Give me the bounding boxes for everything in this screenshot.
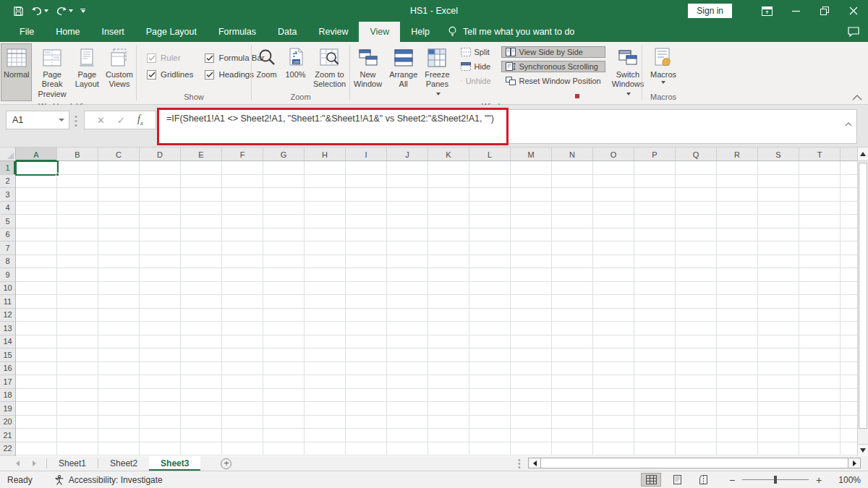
cell-S1[interactable] [758, 161, 799, 175]
cell-I17[interactable] [346, 375, 387, 389]
cell-Q13[interactable] [676, 322, 717, 335]
cell-B18[interactable] [57, 389, 98, 403]
redo-button[interactable] [56, 6, 73, 16]
zoom-level[interactable]: 100% [832, 475, 861, 485]
cell-F11[interactable] [222, 295, 263, 309]
cell-G17[interactable] [263, 375, 305, 389]
cell-L9[interactable] [469, 268, 511, 282]
cell-B15[interactable] [57, 348, 98, 362]
row-header-3[interactable]: 3 [0, 188, 15, 202]
cell-S16[interactable] [758, 362, 799, 376]
cell-T12[interactable] [799, 309, 841, 322]
cell-C6[interactable] [98, 228, 140, 242]
cell-J14[interactable] [387, 335, 428, 349]
cell-F7[interactable] [222, 241, 263, 255]
cell-K20[interactable] [428, 416, 469, 429]
name-box-dropdown-icon[interactable] [54, 111, 69, 129]
new-window-button[interactable]: New Window [351, 43, 385, 101]
cell-G22[interactable] [263, 442, 305, 456]
cell-J12[interactable] [387, 309, 428, 322]
cell-S15[interactable] [758, 348, 799, 362]
cell-O10[interactable] [593, 282, 634, 296]
cell-L3[interactable] [469, 188, 511, 202]
ribbon-display-options-icon[interactable] [752, 0, 781, 22]
cell-B17[interactable] [57, 375, 98, 389]
column-header-O[interactable]: O [593, 147, 634, 161]
cell-J10[interactable] [387, 282, 428, 296]
cell-F21[interactable] [222, 429, 263, 442]
vertical-scrollbar[interactable] [857, 147, 868, 456]
cell-G10[interactable] [263, 282, 305, 296]
cell-A20[interactable] [16, 416, 57, 429]
cell-U17[interactable] [841, 375, 857, 389]
cell-P4[interactable] [634, 202, 676, 215]
cell-M18[interactable] [511, 389, 552, 403]
cell-I8[interactable] [346, 255, 387, 269]
cell-P16[interactable] [634, 362, 676, 376]
cell-J1[interactable] [387, 161, 428, 175]
cell-C13[interactable] [98, 322, 140, 335]
cell-M21[interactable] [511, 429, 552, 442]
row-header-16[interactable]: 16 [0, 362, 15, 376]
cell-U8[interactable] [841, 255, 857, 269]
cell-K4[interactable] [428, 202, 469, 215]
column-header-C[interactable]: C [98, 147, 140, 161]
cancel-icon[interactable]: ✕ [97, 115, 105, 126]
cell-U4[interactable] [841, 202, 857, 215]
row-header-19[interactable]: 19 [0, 402, 15, 416]
cell-L18[interactable] [469, 389, 511, 403]
cell-E6[interactable] [181, 228, 222, 242]
cell-I11[interactable] [346, 295, 387, 309]
cell-M9[interactable] [511, 268, 552, 282]
formula-input[interactable]: =IF(Sheet1!A1 <> Sheet2!A1, "Sheet1:"&Sh… [158, 109, 857, 144]
cell-L22[interactable] [469, 442, 511, 456]
cell-M17[interactable] [511, 375, 552, 389]
cell-C9[interactable] [98, 268, 140, 282]
freeze-panes-button[interactable]: Freeze Panes [422, 43, 452, 101]
cell-R1[interactable] [717, 161, 758, 175]
column-header-L[interactable]: L [469, 147, 511, 161]
cell-F16[interactable] [222, 362, 263, 376]
cell-K2[interactable] [428, 175, 469, 189]
cell-H13[interactable] [305, 322, 346, 335]
column-header-H[interactable]: H [305, 147, 346, 161]
cell-H5[interactable] [305, 215, 346, 228]
cell-U18[interactable] [841, 389, 857, 403]
row-header-1[interactable]: 1 [0, 161, 15, 175]
cell-O16[interactable] [593, 362, 634, 376]
cell-D14[interactable] [140, 335, 181, 349]
cell-O13[interactable] [593, 322, 634, 335]
cell-F13[interactable] [222, 322, 263, 335]
cell-K13[interactable] [428, 322, 469, 335]
cell-M22[interactable] [511, 442, 552, 456]
cell-K22[interactable] [428, 442, 469, 456]
tab-review[interactable]: Review [307, 22, 359, 42]
cell-C8[interactable] [98, 255, 140, 269]
cell-U13[interactable] [841, 322, 857, 335]
cell-P14[interactable] [634, 335, 676, 349]
cell-N16[interactable] [552, 362, 593, 376]
arrange-all-button[interactable]: Arrange All [386, 43, 420, 101]
row-header-4[interactable]: 4 [0, 202, 15, 215]
column-header-B[interactable]: B [57, 147, 98, 161]
cell-M7[interactable] [511, 241, 552, 255]
cell-N12[interactable] [552, 309, 593, 322]
cell-K1[interactable] [428, 161, 469, 175]
cell-C1[interactable] [98, 161, 140, 175]
sheet-tab-sheet2[interactable]: Sheet2 [98, 456, 149, 471]
cell-N6[interactable] [552, 228, 593, 242]
accessibility-status[interactable]: Accessibility: Investigate [54, 475, 163, 485]
cell-G19[interactable] [263, 402, 305, 416]
cell-N21[interactable] [552, 429, 593, 442]
cell-B22[interactable] [57, 442, 98, 456]
cell-U7[interactable] [841, 241, 857, 255]
zoom-button[interactable]: Zoom [253, 43, 281, 92]
cell-A10[interactable] [16, 282, 57, 296]
gridlines-checkbox[interactable]: Gridlines [147, 70, 193, 80]
sheet-tab-sheet3[interactable]: Sheet3 [149, 456, 200, 471]
scroll-right-icon[interactable] [848, 458, 861, 468]
cell-K14[interactable] [428, 335, 469, 349]
cell-O15[interactable] [593, 348, 634, 362]
row-header-18[interactable]: 18 [0, 389, 15, 403]
cell-P1[interactable] [634, 161, 676, 175]
